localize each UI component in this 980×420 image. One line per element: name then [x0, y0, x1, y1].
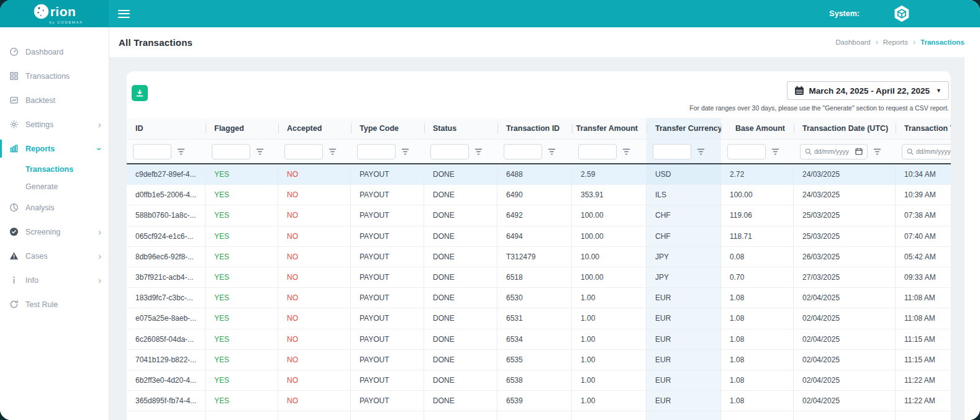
column-header-transfer_amount[interactable]: Transfer Amount [572, 118, 647, 139]
table-row[interactable]: 3b7f921c-acb4-...YESNOPAYOUTDONE6518100.… [127, 267, 951, 288]
table-row[interactable]: 365d895f-fb74-4...YESNOPAYOUTDONE65391.0… [127, 391, 951, 411]
column-header-transaction_date[interactable]: Transaction Date (UTC) [794, 118, 896, 139]
cell-transaction_id: 6534 [497, 329, 572, 349]
sidebar-item-label: Dashboard [25, 48, 63, 56]
filter-funnel-icon[interactable] [873, 148, 881, 155]
cell-accepted: NO [278, 308, 351, 328]
column-header-type_code[interactable]: Type Code [351, 118, 424, 139]
column-header-status[interactable]: Status [424, 118, 497, 139]
brand-name: rion [50, 5, 76, 18]
cell-transaction_id: 6535 [497, 350, 572, 370]
cell-base_amount: 1.08 [721, 350, 794, 370]
table-row[interactable]: d0ffb1e5-2006-4...YESNOPAYOUTDONE6490353… [127, 185, 951, 205]
filter-input-transaction_date[interactable] [814, 148, 853, 155]
cell-flagged: YES [206, 247, 278, 267]
filter-input-accepted[interactable] [284, 144, 323, 159]
sidebar-item-dashboard[interactable]: Dashboard [0, 40, 109, 64]
cell-flagged: YES [206, 370, 278, 390]
column-header-transaction_time[interactable]: Transaction Time (UTC) [896, 118, 951, 139]
filter-funnel-icon[interactable] [401, 148, 409, 155]
cell-accepted: NO [278, 288, 351, 308]
filter-input-transaction_time[interactable] [916, 148, 951, 155]
filter-input-transaction_id[interactable] [504, 144, 542, 159]
filter-funnel-icon[interactable] [548, 148, 556, 155]
table-row[interactable]: 588b0760-1a8c-...YESNOPAYOUTDONE6492100.… [127, 205, 951, 226]
app-window: rion by CODEMAX System: DashboardTransac… [0, 0, 980, 420]
cell-base_amount: 2.72 [721, 164, 794, 184]
filter-funnel-icon[interactable] [622, 148, 630, 155]
sidebar-item-settings[interactable]: Settings› [0, 112, 109, 136]
cell-base_amount: 0.08 [721, 247, 794, 267]
cell-accepted: NO [278, 185, 351, 205]
cell-type_code: PAYOUT [351, 308, 424, 328]
brand-logo[interactable]: rion by CODEMAX [0, 0, 109, 27]
breadcrumb-reports[interactable]: Reports [883, 38, 908, 46]
column-header-accepted[interactable]: Accepted [278, 118, 351, 139]
column-header-flagged[interactable]: Flagged [206, 118, 278, 139]
download-csv-button[interactable] [132, 85, 148, 101]
filter-funnel-icon[interactable] [771, 148, 779, 155]
filter-input-flagged[interactable] [212, 144, 250, 159]
cell-transaction_time: 11:08 AM [896, 308, 951, 328]
cell-transaction_date: 02/04/2025 [794, 308, 896, 328]
sidebar-item-reports[interactable]: Reports› [0, 136, 109, 161]
sidebar-item-label: Cases [25, 252, 47, 261]
date-range-picker[interactable]: March 24, 2025 - April 22, 2025 ▼ [787, 81, 949, 100]
cell-transfer_amount: 100.00 [572, 226, 647, 246]
download-icon [135, 89, 144, 97]
filter-cell-base_amount [721, 140, 794, 163]
cell-transaction_time: 10:34 AM [896, 164, 951, 184]
cell-transaction_time: 11:08 AM [896, 288, 951, 308]
system-hexagon-icon[interactable] [892, 4, 912, 24]
sidebar-item-cases[interactable]: Cases› [0, 244, 109, 268]
cell-transfer_currency: EUR [647, 288, 721, 308]
cell-id: c9defb27-89ef-4... [127, 164, 206, 184]
sidebar-subitem-transactions[interactable]: Transactions [0, 161, 109, 178]
table-row[interactable]: 183d9fc7-c3bc-...YESNOPAYOUTDONE65301.00… [127, 288, 951, 308]
column-header-base_amount[interactable]: Base Amount [721, 118, 794, 139]
table-row[interactable]: e075a25e-8aeb-...YESNOPAYOUTDONE65311.00… [127, 308, 951, 329]
filter-funnel-icon[interactable] [697, 148, 705, 155]
filter-input-status[interactable] [430, 144, 469, 159]
table-row-partial[interactable] [127, 411, 951, 420]
filter-input-base_amount[interactable] [727, 144, 766, 159]
sidebar-item-backtest[interactable]: Backtest [0, 88, 109, 112]
filter-input-transfer_currency[interactable] [653, 144, 691, 159]
filter-funnel-icon[interactable] [329, 148, 337, 155]
table-row[interactable]: 6b2ff3e0-4d20-4...YESNOPAYOUTDONE65381.0… [127, 370, 951, 391]
cell-transfer_currency [647, 411, 721, 420]
sidebar-item-info[interactable]: Info› [0, 268, 109, 292]
filter-funnel-icon[interactable] [474, 148, 483, 155]
filter-input-transfer_amount[interactable] [578, 144, 617, 159]
filter-cell-id [127, 140, 206, 163]
table-body: c9defb27-89ef-4...YESNOPAYOUTDONE64882.5… [127, 164, 951, 420]
cell-id [127, 411, 206, 420]
column-header-transfer_currency[interactable]: Transfer Currency [647, 118, 721, 139]
calendar-icon[interactable] [855, 148, 863, 155]
cell-flagged: YES [206, 164, 278, 184]
table-row[interactable]: c9defb27-89ef-4...YESNOPAYOUTDONE64882.5… [127, 164, 951, 185]
sidebar-item-test-rule[interactable]: Test Rule [0, 292, 109, 316]
sidebar-subitem-generate[interactable]: Generate [0, 178, 109, 195]
table-row[interactable]: 065cf924-e1c6-...YESNOPAYOUTDONE6494100.… [127, 226, 951, 247]
cell-base_amount: 1.08 [721, 391, 794, 411]
chevron-right-icon: › [876, 38, 878, 47]
table-row[interactable]: 6c26085f-04da-...YESNOPAYOUTDONE65341.00… [127, 329, 951, 350]
sidebar-item-transactions[interactable]: Transactions [0, 64, 109, 88]
filter-funnel-icon[interactable] [256, 148, 264, 155]
cell-transaction_id: 6530 [497, 288, 572, 308]
sidebar-item-analysis[interactable]: Analysis [0, 195, 109, 220]
sidebar-item-screening[interactable]: Screening› [0, 220, 109, 244]
breadcrumb-dashboard[interactable]: Dashboard [836, 38, 871, 46]
hamburger-menu-icon[interactable] [118, 10, 130, 18]
cell-transaction_id: 6538 [497, 370, 572, 390]
filter-funnel-icon[interactable] [177, 148, 185, 155]
table-row[interactable]: 7041b129-b822-...YESNOPAYOUTDONE65351.00… [127, 350, 951, 370]
breadcrumb-transactions[interactable]: Transactions [920, 38, 964, 46]
filter-input-type_code[interactable] [357, 144, 396, 159]
cell-transfer_amount: 100.00 [572, 267, 647, 287]
column-header-id[interactable]: ID [127, 118, 206, 139]
column-header-transaction_id[interactable]: Transaction ID [497, 118, 572, 139]
filter-input-id[interactable] [133, 144, 171, 159]
table-row[interactable]: 8db96ec6-92f8-...YESNOPAYOUTDONET3124791… [127, 247, 951, 267]
